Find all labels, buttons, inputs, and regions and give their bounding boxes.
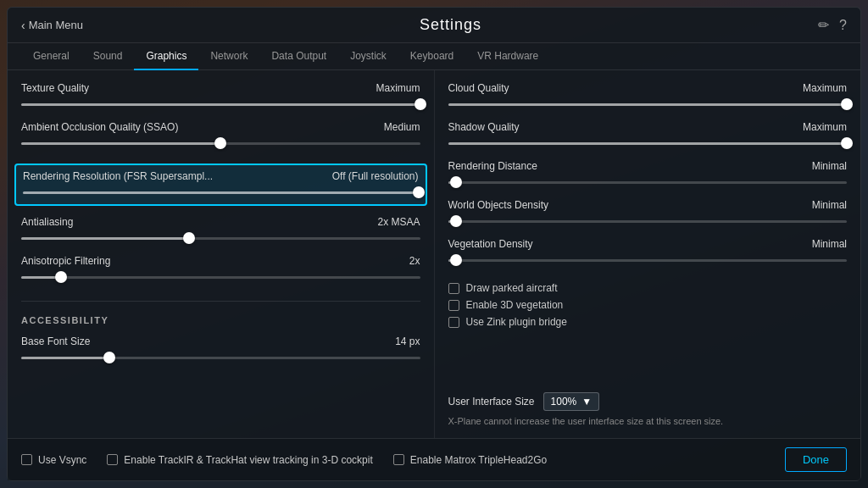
- anisotropic-filtering-label: Anisotropic Filtering: [21, 255, 110, 267]
- left-divider: [21, 301, 420, 302]
- rendering-resolution-row: Rendering Resolution (FSR Supersampl... …: [14, 164, 427, 206]
- base-font-size-label: Base Font Size: [21, 336, 90, 347]
- ui-size-note: X-Plane cannot increase the user interfa…: [448, 416, 848, 426]
- anisotropic-filtering-slider[interactable]: [21, 270, 420, 284]
- triplehead-row: Enable Matrox TripleHead2Go: [393, 454, 547, 466]
- ui-size-label: User Interface Size: [448, 396, 535, 408]
- draw-parked-aircraft-row: Draw parked aircraft: [448, 282, 848, 294]
- world-objects-density-label: World Objects Density: [448, 199, 548, 211]
- cloud-quality-row: Cloud Quality Maximum: [448, 82, 848, 111]
- rendering-resolution-slider[interactable]: [23, 186, 419, 199]
- antialiasing-slider[interactable]: [21, 231, 420, 245]
- rendering-distance-value: Minimal: [812, 160, 847, 172]
- antialiasing-label: Antialiasing: [21, 216, 73, 228]
- trackir-row: Enable TrackIR & TrackHat view tracking …: [107, 454, 372, 466]
- tab-keyboard[interactable]: Keyboard: [398, 43, 465, 70]
- anisotropic-filtering-value: 2x: [409, 255, 420, 267]
- rendering-distance-label: Rendering Distance: [448, 160, 537, 172]
- help-icon[interactable]: ?: [839, 18, 847, 33]
- vegetation-density-value: Minimal: [812, 238, 847, 250]
- accessibility-header: ACCESSIBILITY: [21, 315, 420, 325]
- header: ‹ Main Menu Settings ✏ ?: [8, 8, 860, 43]
- tab-sound[interactable]: Sound: [81, 43, 135, 70]
- base-font-size-row: Base Font Size 14 px: [21, 336, 420, 364]
- antialiasing-value: 2x MSAA: [377, 216, 420, 228]
- world-objects-density-row: World Objects Density Minimal: [448, 199, 848, 228]
- rendering-distance-row: Rendering Distance Minimal: [448, 160, 848, 189]
- settings-window: ‹ Main Menu Settings ✏ ? General Sound G…: [7, 7, 861, 481]
- base-font-size-value: 14 px: [395, 336, 420, 347]
- shadow-quality-value: Maximum: [803, 121, 847, 133]
- ui-size-dropdown[interactable]: 100% ▼: [543, 392, 600, 411]
- draw-parked-aircraft-label: Draw parked aircraft: [466, 282, 558, 294]
- done-button[interactable]: Done: [785, 447, 847, 472]
- use-zink-plugin-label: Use Zink plugin bridge: [466, 316, 567, 328]
- trackir-checkbox[interactable]: [107, 454, 118, 465]
- tab-general[interactable]: General: [21, 43, 81, 70]
- triplehead-label: Enable Matrox TripleHead2Go: [410, 454, 547, 466]
- enable-3d-vegetation-label: Enable 3D vegetation: [466, 299, 564, 311]
- ui-size-value: 100%: [551, 396, 577, 408]
- tab-graphics[interactable]: Graphics: [134, 43, 198, 70]
- cloud-quality-slider[interactable]: [448, 97, 848, 111]
- tab-data-output[interactable]: Data Output: [259, 43, 338, 70]
- vsync-label: Use Vsync: [38, 454, 86, 466]
- vegetation-density-row: Vegetation Density Minimal: [448, 238, 848, 267]
- vsync-checkbox[interactable]: [21, 454, 32, 465]
- world-objects-density-value: Minimal: [812, 199, 847, 211]
- shadow-quality-row: Shadow Quality Maximum: [448, 121, 848, 150]
- chevron-left-icon: ‹: [21, 19, 25, 32]
- tab-joystick[interactable]: Joystick: [338, 43, 398, 70]
- vegetation-density-label: Vegetation Density: [448, 238, 533, 250]
- tab-network[interactable]: Network: [198, 43, 259, 70]
- world-objects-density-slider[interactable]: [448, 214, 848, 228]
- texture-quality-slider[interactable]: [21, 97, 420, 111]
- shadow-quality-slider[interactable]: [448, 136, 848, 150]
- vegetation-density-slider[interactable]: [448, 253, 848, 267]
- anisotropic-filtering-row: Anisotropic Filtering 2x: [21, 255, 420, 284]
- ambient-occlusion-slider[interactable]: [21, 136, 420, 150]
- ambient-occlusion-label: Ambient Occlusion Quality (SSAO): [21, 121, 178, 133]
- chevron-down-icon: ▼: [581, 396, 592, 408]
- triplehead-checkbox[interactable]: [393, 454, 404, 465]
- tab-vr-hardware[interactable]: VR Hardware: [465, 43, 550, 70]
- header-icons: ✏ ?: [818, 17, 847, 33]
- draw-parked-aircraft-checkbox[interactable]: [448, 283, 459, 294]
- base-font-size-slider[interactable]: [21, 351, 420, 364]
- back-button[interactable]: ‹ Main Menu: [21, 19, 83, 32]
- rendering-resolution-value: Off (Full resolution): [332, 170, 419, 182]
- rendering-distance-slider[interactable]: [448, 175, 848, 189]
- cloud-quality-value: Maximum: [803, 82, 847, 94]
- texture-quality-row: Texture Quality Maximum: [21, 82, 420, 111]
- enable-3d-vegetation-row: Enable 3D vegetation: [448, 299, 848, 311]
- right-panel: Cloud Quality Maximum Shadow Quality Max…: [434, 70, 861, 438]
- use-zink-plugin-checkbox[interactable]: [448, 317, 459, 328]
- rendering-resolution-label: Rendering Resolution (FSR Supersampl...: [23, 170, 213, 182]
- enable-3d-vegetation-checkbox[interactable]: [448, 300, 459, 311]
- back-label: Main Menu: [29, 19, 83, 31]
- filter-icon[interactable]: ✏: [818, 17, 829, 33]
- left-panel: Texture Quality Maximum Ambient Occlusio…: [8, 70, 434, 438]
- use-zink-plugin-row: Use Zink plugin bridge: [448, 316, 848, 328]
- texture-quality-label: Texture Quality: [21, 82, 89, 94]
- texture-quality-value: Maximum: [376, 82, 420, 94]
- ambient-occlusion-value: Medium: [384, 121, 420, 133]
- page-title: Settings: [420, 16, 481, 34]
- trackir-label: Enable TrackIR & TrackHat view tracking …: [124, 454, 372, 466]
- tab-bar: General Sound Graphics Network Data Outp…: [8, 43, 860, 70]
- ambient-occlusion-row: Ambient Occlusion Quality (SSAO) Medium: [21, 121, 420, 150]
- vsync-row: Use Vsync: [21, 454, 86, 466]
- content-area: Texture Quality Maximum Ambient Occlusio…: [8, 70, 860, 438]
- footer: Use Vsync Enable TrackIR & TrackHat view…: [8, 438, 860, 480]
- ui-size-row: User Interface Size 100% ▼: [448, 392, 848, 411]
- antialiasing-row: Antialiasing 2x MSAA: [21, 216, 420, 245]
- shadow-quality-label: Shadow Quality: [448, 121, 520, 133]
- cloud-quality-label: Cloud Quality: [448, 82, 509, 94]
